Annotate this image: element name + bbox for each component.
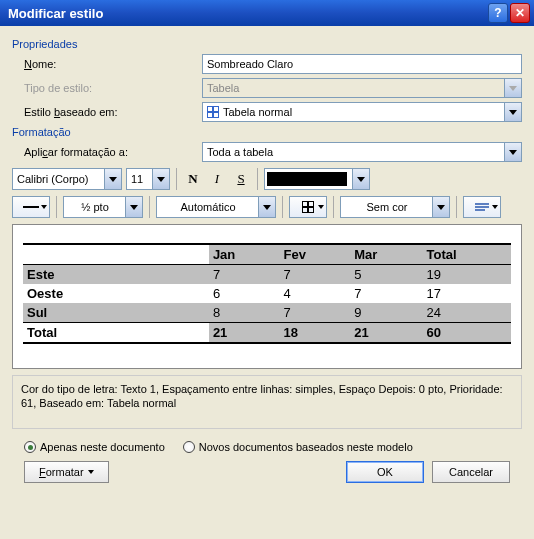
table-row: Sul87924 <box>23 303 511 323</box>
font-size-combo[interactable]: 11 <box>126 168 170 190</box>
preview-box: Jan Fev Mar Total Este77519 Oeste64717 S… <box>12 224 522 369</box>
chevron-down-icon <box>41 205 47 209</box>
apply-to-label: Aplicar formatação a: <box>12 146 202 158</box>
chevron-down-icon[interactable] <box>504 143 521 161</box>
chevron-down-icon[interactable] <box>125 197 142 217</box>
chevron-down-icon[interactable] <box>352 169 369 189</box>
style-description: Cor do tipo de letra: Texto 1, Espaçamen… <box>12 375 522 429</box>
radio-this-document[interactable]: Apenas neste documento <box>24 441 165 453</box>
shading-combo[interactable]: Sem cor <box>340 196 450 218</box>
radio-icon <box>183 441 195 453</box>
bold-button[interactable]: N <box>183 169 203 189</box>
help-button[interactable]: ? <box>488 3 508 23</box>
separator <box>176 168 177 190</box>
name-input[interactable] <box>202 54 522 74</box>
table-row: Este77519 <box>23 265 511 285</box>
border-color-combo[interactable]: Automático <box>156 196 276 218</box>
chevron-down-icon <box>492 205 498 209</box>
italic-button[interactable]: I <box>207 169 227 189</box>
chevron-down-icon <box>504 79 521 97</box>
close-button[interactable]: ✕ <box>510 3 530 23</box>
based-on-combo[interactable]: Tabela normal <box>202 102 522 122</box>
font-color-combo[interactable] <box>264 168 370 190</box>
chevron-down-icon <box>318 205 324 209</box>
radio-new-documents[interactable]: Novos documentos baseados neste modelo <box>183 441 413 453</box>
font-combo[interactable]: Calibri (Corpo) <box>12 168 122 190</box>
borders-button[interactable] <box>289 196 327 218</box>
style-type-combo: Tabela <box>202 78 522 98</box>
separator <box>333 196 334 218</box>
underline-button[interactable]: S <box>231 169 251 189</box>
paragraph-button[interactable] <box>463 196 501 218</box>
cancel-button[interactable]: Cancelar <box>432 461 510 483</box>
table-icon <box>207 106 219 118</box>
paragraph-icon <box>475 203 489 211</box>
separator <box>56 196 57 218</box>
chevron-down-icon[interactable] <box>504 103 521 121</box>
chevron-down-icon[interactable] <box>258 197 275 217</box>
border-weight-combo[interactable]: ½ pto <box>63 196 143 218</box>
format-button[interactable]: Formatar <box>24 461 109 483</box>
grid-icon <box>302 201 314 213</box>
chevron-down-icon[interactable] <box>432 197 449 217</box>
apply-to-combo[interactable]: Toda a tabela <box>202 142 522 162</box>
based-on-label: Estilo baseado em: <box>12 106 202 118</box>
formatting-section-label: Formatação <box>12 126 522 138</box>
separator <box>257 168 258 190</box>
color-swatch <box>267 172 347 186</box>
table-header-row: Jan Fev Mar Total <box>23 244 511 265</box>
properties-section-label: Propriedades <box>12 38 522 50</box>
chevron-down-icon[interactable] <box>152 169 169 189</box>
table-row: Oeste64717 <box>23 284 511 303</box>
chevron-down-icon <box>88 470 94 474</box>
titlebar: Modificar estilo ? ✕ <box>0 0 534 26</box>
separator <box>149 196 150 218</box>
titlebar-text: Modificar estilo <box>4 6 486 21</box>
separator <box>282 196 283 218</box>
preview-table: Jan Fev Mar Total Este77519 Oeste64717 S… <box>23 243 511 344</box>
name-label: Nome: <box>24 58 56 70</box>
ok-button[interactable]: OK <box>346 461 424 483</box>
radio-icon <box>24 441 36 453</box>
separator <box>456 196 457 218</box>
border-style-button[interactable] <box>12 196 50 218</box>
table-total-row: Total21182160 <box>23 323 511 344</box>
style-type-label: Tipo de estilo: <box>12 82 202 94</box>
chevron-down-icon[interactable] <box>104 169 121 189</box>
